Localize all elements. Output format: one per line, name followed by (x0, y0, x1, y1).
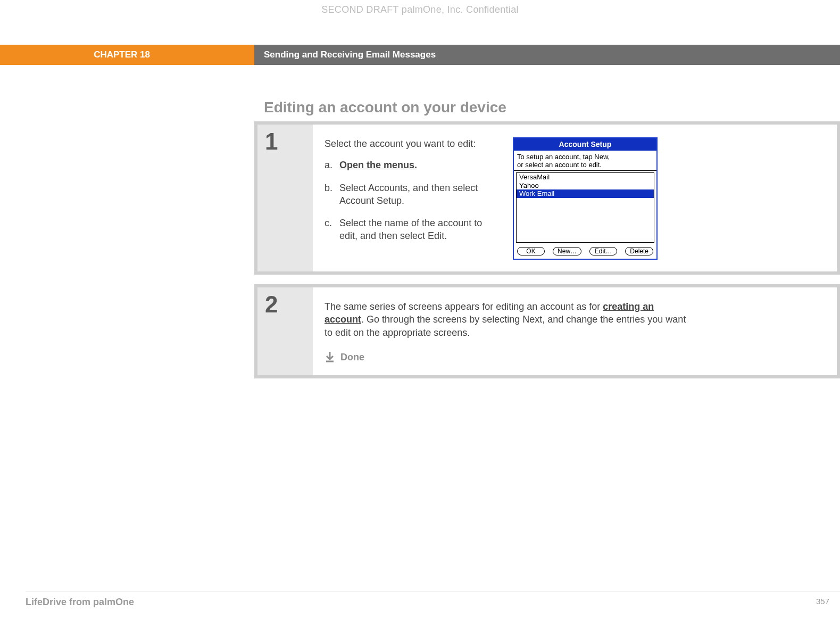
device-hint: To setup an account, tap New, or select … (514, 151, 656, 171)
step-1a: a.Open the menus. (325, 159, 487, 171)
step-1-number: 1 (265, 130, 278, 153)
done-row: Done (325, 351, 686, 364)
section-heading: Editing an account on your device (264, 99, 506, 116)
device-ok-button[interactable]: OK (517, 247, 545, 255)
step-2-text-after: . Go through the screens by selecting Ne… (325, 314, 686, 337)
footer-product: LifeDrive from palmOne (26, 597, 134, 608)
step-1-intro: Select the account you want to edit: (325, 137, 487, 150)
device-list-item-yahoo[interactable]: Yahoo (517, 182, 654, 190)
device-titlebar: Account Setup (514, 138, 656, 151)
step-1-number-column: 1 (257, 125, 313, 271)
step-1-content: Select the account you want to edit: a.O… (313, 125, 837, 271)
step-2-content: The same series of screens appears for e… (313, 287, 837, 375)
device-list-item-versamail[interactable]: VersaMail (517, 173, 654, 182)
step-1-text: Select the account you want to edit: a.O… (325, 137, 487, 252)
step-1c-marker: c. (325, 217, 339, 229)
done-label: Done (340, 351, 364, 364)
step-2-number: 2 (265, 293, 278, 316)
step-1c: c.Select the name of the account to edit… (325, 217, 487, 243)
account-setup-screenshot: Account Setup To setup an account, tap N… (513, 137, 658, 260)
step-1b: b.Select Accounts, and then select Accou… (325, 182, 487, 208)
step-2-text-before: The same series of screens appears for e… (325, 301, 603, 312)
step-1a-marker: a. (325, 159, 339, 171)
device-delete-button[interactable]: Delete (625, 247, 653, 255)
device-hint-line2: or select an account to edit. (517, 161, 653, 169)
confidential-watermark: SECOND DRAFT palmOne, Inc. Confidential (0, 4, 840, 15)
device-new-button[interactable]: New… (553, 247, 581, 255)
step-2-block: 2 The same series of screens appears for… (254, 284, 840, 378)
step-1b-marker: b. (325, 182, 339, 194)
device-account-list[interactable]: VersaMail Yahoo Work Email (516, 172, 654, 243)
chapter-title: Sending and Receiving Email Messages (254, 45, 840, 65)
step-1-block: 1 Select the account you want to edit: a… (254, 121, 840, 275)
device-hint-line1: To setup an account, tap New, (517, 153, 653, 161)
chapter-label: CHAPTER 18 (0, 45, 254, 65)
footer-page-number: 357 (816, 597, 829, 608)
open-the-menus-link[interactable]: Open the menus. (339, 160, 417, 170)
step-2-number-column: 2 (257, 287, 313, 375)
header-bar: CHAPTER 18 Sending and Receiving Email M… (0, 45, 840, 65)
device-list-item-work-email[interactable]: Work Email (517, 189, 654, 198)
step-1c-text: Select the name of the account to edit, … (339, 218, 482, 241)
done-arrow-icon (325, 351, 335, 363)
device-edit-button[interactable]: Edit… (589, 247, 617, 255)
device-button-row: OK New… Edit… Delete (514, 243, 656, 259)
step-1b-text: Select Accounts, and then select Account… (339, 183, 478, 206)
step-2-text: The same series of screens appears for e… (325, 300, 686, 364)
page-footer: LifeDrive from palmOne 357 (26, 591, 840, 608)
